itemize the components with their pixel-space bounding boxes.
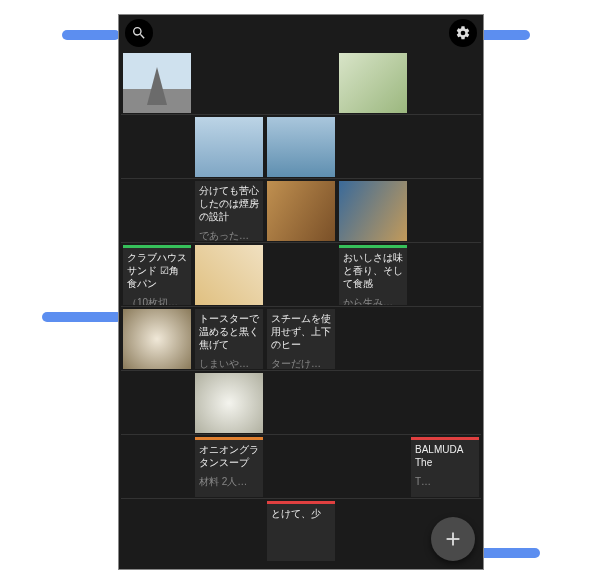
settings-button[interactable]: [449, 19, 477, 47]
app-frame: 分けても苦心したのは煙房の設計であった…クラブハウスサンド ☑角食パン（10枚切…: [118, 14, 484, 570]
image-card[interactable]: [123, 53, 191, 113]
card-text-more: であった…: [195, 226, 263, 241]
thumbnail-garlic: [195, 373, 263, 433]
card-text-more: しまいや…: [195, 354, 263, 369]
thumbnail-market: [339, 181, 407, 241]
card-text: BALMUDA The: [411, 440, 479, 472]
grid-row: 分けても苦心したのは煙房の設計であった…: [121, 179, 481, 243]
add-button[interactable]: [431, 517, 475, 561]
image-card[interactable]: [195, 245, 263, 305]
annotation-pointer-card: [42, 312, 122, 322]
card-text-more: （10枚切…: [123, 293, 191, 305]
card-text-more: T…: [411, 472, 479, 491]
card-text: クラブハウスサンド ☑角食パン: [123, 248, 191, 293]
image-card[interactable]: [195, 373, 263, 433]
text-card[interactable]: スチームを使用せず、上下のヒーターだけ…: [267, 309, 335, 369]
text-card[interactable]: クラブハウスサンド ☑角食パン（10枚切…: [123, 245, 191, 305]
card-text: とけて、少: [267, 504, 335, 523]
text-card[interactable]: オニオングラタンスープ材料 2人…: [195, 437, 263, 497]
thumbnail-arch2: [267, 117, 335, 177]
card-text: オニオングラタンスープ: [195, 440, 263, 472]
text-card[interactable]: トースターで温めると黒く焦げてしまいや…: [195, 309, 263, 369]
thumbnail-pastry: [123, 309, 191, 369]
annotation-pointer-search: [62, 30, 120, 40]
text-card[interactable]: BALMUDA TheT…: [411, 437, 479, 497]
grid-row: [121, 371, 481, 435]
card-text: スチームを使用せず、上下のヒー: [267, 309, 335, 354]
plus-icon: [442, 528, 464, 550]
card-text-more: から生み…: [339, 293, 407, 305]
image-card[interactable]: [339, 53, 407, 113]
thumbnail-ham: [267, 181, 335, 241]
card-text-more: ターだけ…: [267, 354, 335, 369]
top-bar: [119, 15, 483, 51]
text-card[interactable]: 分けても苦心したのは煙房の設計であった…: [195, 181, 263, 241]
grid-row: とけて、少: [121, 499, 481, 563]
gear-icon: [455, 25, 471, 41]
grid-row: オニオングラタンスープ材料 2人…BALMUDA TheT…: [121, 435, 481, 499]
text-card[interactable]: おいしさは味と香り、そして食感から生み…: [339, 245, 407, 305]
card-text: トースターで温めると黒く焦げて: [195, 309, 263, 354]
card-text-more: 材料 2人…: [195, 472, 263, 491]
image-card[interactable]: [339, 181, 407, 241]
thumbnail-cathedral: [123, 53, 191, 113]
thumbnail-people: [339, 53, 407, 113]
card-text: おいしさは味と香り、そして食感: [339, 248, 407, 293]
image-card[interactable]: [267, 181, 335, 241]
image-card[interactable]: [267, 117, 335, 177]
text-card[interactable]: とけて、少: [267, 501, 335, 561]
search-button[interactable]: [125, 19, 153, 47]
grid-row: クラブハウスサンド ☑角食パン（10枚切…おいしさは味と香り、そして食感から生み…: [121, 243, 481, 307]
thumbnail-arch1: [195, 117, 263, 177]
thumbnail-sand: [195, 245, 263, 305]
grid-row: [121, 51, 481, 115]
image-card[interactable]: [123, 309, 191, 369]
search-icon: [131, 25, 147, 41]
card-text: 分けても苦心したのは煙房の設計: [195, 181, 263, 226]
image-card[interactable]: [195, 117, 263, 177]
grid-row: トースターで温めると黒く焦げてしまいや…スチームを使用せず、上下のヒーターだけ…: [121, 307, 481, 371]
note-grid[interactable]: 分けても苦心したのは煙房の設計であった…クラブハウスサンド ☑角食パン（10枚切…: [119, 51, 483, 569]
grid-row: [121, 115, 481, 179]
